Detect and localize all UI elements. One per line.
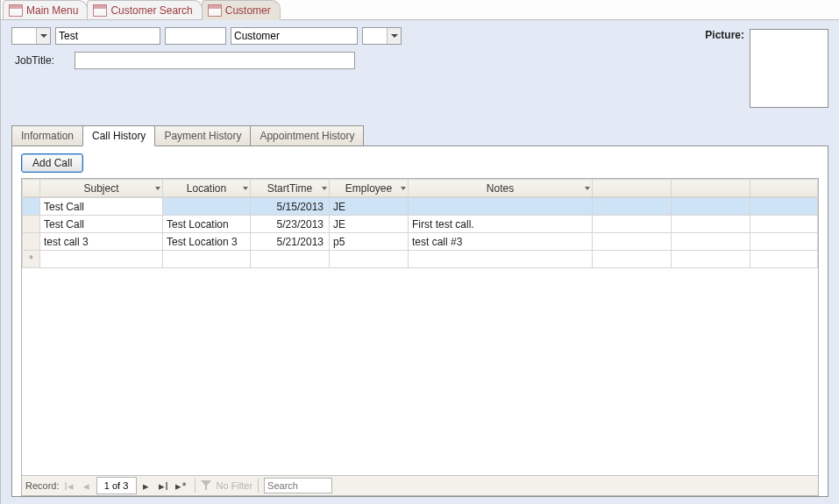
call-history-pane: Add Call: [11, 146, 828, 497]
cell-empty[interactable]: [593, 251, 672, 268]
prefix-combo[interactable]: [11, 27, 51, 45]
header-row: Subject Location StartTime Employee Note…: [23, 180, 818, 197]
cell-employee[interactable]: p5: [330, 233, 409, 251]
cell-subject[interactable]: Test Call: [40, 216, 163, 233]
cell-employee[interactable]: JE: [330, 198, 409, 216]
tab-customer[interactable]: Customer: [202, 0, 281, 20]
cell-location[interactable]: Test Location: [163, 216, 251, 233]
cell-empty[interactable]: [672, 198, 750, 216]
tab-main-menu[interactable]: Main Menu: [3, 0, 88, 19]
tab-customer-search[interactable]: Customer Search: [87, 0, 202, 19]
app-window: Main Menu Customer Search Customer: [0, 0, 839, 504]
nav-prev-button[interactable]: ◂: [79, 479, 95, 493]
last-name-field[interactable]: [231, 27, 358, 45]
subtab-strip: Information Call History Payment History…: [11, 125, 828, 146]
cell-empty[interactable]: [251, 251, 330, 268]
separator: [258, 479, 259, 493]
table-row[interactable]: Test Call Test Location 5/23/2013 JE Fir…: [23, 216, 818, 233]
application-tabstrip: Main Menu Customer Search Customer: [1, 0, 839, 20]
col-label: Subject: [83, 182, 118, 195]
row-selector[interactable]: [23, 251, 40, 268]
row-selector[interactable]: [23, 233, 40, 251]
cell-empty[interactable]: [593, 198, 672, 216]
cell-employee[interactable]: JE: [330, 216, 409, 233]
cell-empty[interactable]: [593, 233, 672, 251]
grid-body: Test Call 5/15/2013 JE: [23, 198, 818, 268]
cell-empty[interactable]: [750, 251, 818, 268]
subtab-call-history[interactable]: Call History: [82, 125, 155, 146]
col-location[interactable]: Location: [163, 180, 251, 197]
cell-notes[interactable]: [409, 198, 593, 216]
col-employee[interactable]: Employee: [330, 180, 409, 197]
cell-notes[interactable]: First test call.: [409, 216, 593, 233]
cell-starttime[interactable]: 5/15/2013: [251, 198, 330, 216]
chevron-down-icon: [243, 187, 248, 190]
col-notes[interactable]: Notes: [409, 180, 593, 197]
table-row[interactable]: Test Call 5/15/2013 JE: [23, 198, 818, 216]
col-label: Notes: [487, 182, 514, 195]
cell-subject[interactable]: Test Call: [40, 198, 163, 216]
nav-first-button[interactable]: I◂: [61, 479, 77, 493]
form-action-bar: Save & Close Save & New Delete Cancel Pr…: [11, 497, 828, 504]
picture-frame[interactable]: [750, 29, 828, 108]
cell-starttime[interactable]: 5/23/2013: [251, 216, 330, 233]
row-selector[interactable]: [23, 198, 40, 216]
cell-location[interactable]: Test Location 3: [163, 233, 251, 251]
cell-empty[interactable]: [750, 216, 818, 233]
cell-empty[interactable]: [330, 251, 409, 268]
customer-form-area: JobTitle: Picture: Information Call Hist…: [1, 20, 839, 504]
col-starttime[interactable]: StartTime: [251, 180, 330, 197]
col-empty1[interactable]: [593, 180, 672, 197]
chevron-down-icon: [322, 187, 327, 190]
add-call-button[interactable]: Add Call: [21, 153, 83, 173]
select-all-corner[interactable]: [23, 180, 40, 197]
suffix-combo[interactable]: [362, 27, 402, 45]
subtab-appointment-history[interactable]: Appointment History: [250, 125, 364, 146]
call-history-grid: Subject Location StartTime Employee Note…: [22, 179, 818, 197]
subtab-payment-history[interactable]: Payment History: [154, 125, 251, 146]
search-field[interactable]: [264, 478, 332, 493]
cell-location[interactable]: [163, 198, 251, 216]
filter-icon: [201, 480, 211, 491]
subtab-information[interactable]: Information: [11, 125, 83, 146]
grid-body-scroll[interactable]: Test Call 5/15/2013 JE: [22, 197, 818, 475]
tab-label: Customer Search: [110, 4, 192, 17]
cell-empty[interactable]: [672, 233, 750, 251]
no-filter-label: No Filter: [217, 480, 253, 491]
col-subject[interactable]: Subject: [40, 180, 163, 197]
col-empty3[interactable]: [750, 180, 818, 197]
picture-area: Picture:: [705, 27, 828, 108]
cell-empty[interactable]: [409, 251, 593, 268]
cell-empty[interactable]: [593, 216, 672, 233]
nav-next-button[interactable]: ▸: [139, 479, 154, 493]
jobtitle-label: JobTitle:: [11, 53, 71, 68]
middle-name-field[interactable]: [165, 27, 226, 45]
cell-empty[interactable]: [40, 251, 163, 268]
cell-empty[interactable]: [750, 198, 818, 216]
tab-label: Customer: [225, 4, 271, 17]
first-name-field[interactable]: [55, 27, 160, 45]
table-row[interactable]: test call 3 Test Location 3 5/21/2013 p5…: [23, 233, 818, 251]
jobtitle-field[interactable]: [75, 52, 355, 69]
cell-starttime[interactable]: 5/21/2013: [251, 233, 330, 251]
nav-new-button[interactable]: ▸*: [174, 479, 189, 493]
record-position-field[interactable]: [96, 477, 137, 494]
col-empty2[interactable]: [672, 180, 750, 197]
col-label: StartTime: [267, 182, 313, 195]
cell-empty[interactable]: [163, 251, 251, 268]
chevron-down-icon: [36, 28, 50, 44]
col-label: Location: [187, 182, 226, 195]
nav-last-button[interactable]: ▸I: [156, 479, 172, 493]
chevron-down-icon: [585, 187, 590, 190]
row-selector[interactable]: [23, 216, 40, 233]
cell-empty[interactable]: [672, 251, 750, 268]
cell-empty[interactable]: [750, 233, 818, 251]
record-label: Record:: [25, 480, 60, 491]
cell-subject[interactable]: test call 3: [40, 233, 163, 251]
cell-empty[interactable]: [672, 216, 750, 233]
col-label: Employee: [345, 182, 392, 195]
cell-notes[interactable]: test call #3: [409, 233, 593, 251]
new-record-row[interactable]: [23, 251, 818, 268]
name-fields: JobTitle:: [11, 27, 705, 69]
form-icon: [93, 4, 107, 17]
